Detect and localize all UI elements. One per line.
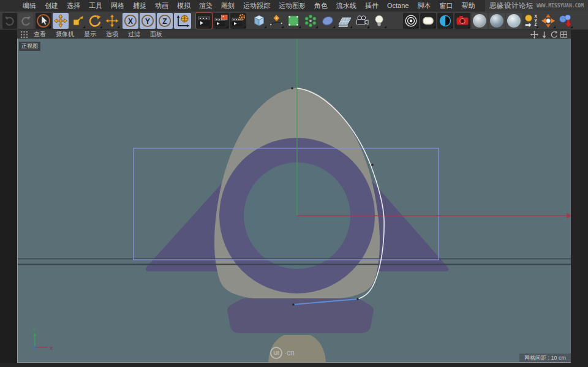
vp-menu-view[interactable]: 查看 bbox=[29, 30, 51, 39]
spline-point[interactable] bbox=[292, 303, 295, 306]
menu-item-select[interactable]: 选择 bbox=[62, 0, 85, 12]
menu-item-window[interactable]: 窗口 bbox=[435, 0, 457, 12]
rotate-view-button[interactable] bbox=[549, 31, 559, 39]
vp-menu-options[interactable]: 选项 bbox=[101, 30, 123, 39]
add-floor-button[interactable] bbox=[337, 13, 353, 29]
move-icon bbox=[104, 13, 120, 29]
watermark-title: 思缘设计论坛 bbox=[489, 1, 533, 10]
lock-z-axis-button[interactable]: Z bbox=[157, 13, 173, 29]
pan-view-icon bbox=[530, 31, 538, 39]
render-to-picture-viewer-button[interactable] bbox=[213, 13, 229, 29]
vp-menu-filter[interactable]: 过滤 bbox=[123, 30, 145, 39]
menu-item-sculpt[interactable]: 雕刻 bbox=[217, 0, 239, 12]
axis-gizmo: Y X bbox=[33, 327, 54, 351]
octane-target-button[interactable] bbox=[403, 13, 419, 29]
spline-point[interactable] bbox=[291, 87, 293, 89]
arealight-icon bbox=[420, 13, 436, 29]
undo-button[interactable] bbox=[2, 13, 17, 29]
scatter-icon bbox=[540, 13, 556, 29]
menu-item-animate[interactable]: 动画 bbox=[151, 0, 173, 12]
rotate-tool-button[interactable] bbox=[87, 13, 103, 29]
menu-item-simulate[interactable]: 模拟 bbox=[173, 0, 195, 12]
ui-cn-watermark: UI ·cn bbox=[270, 347, 295, 359]
x-axis-icon: X bbox=[123, 13, 138, 29]
menu-item-pipeline[interactable]: 流水线 bbox=[332, 0, 361, 12]
add-primitive-cube-button[interactable] bbox=[251, 13, 267, 29]
deformer-icon bbox=[320, 13, 336, 29]
move-tool-button[interactable] bbox=[53, 13, 69, 29]
menu-item-mograph[interactable]: 运动图形 bbox=[274, 0, 310, 12]
menu-item-snap[interactable]: 捕捉 bbox=[129, 0, 151, 12]
toggle-panel-icon bbox=[560, 31, 568, 39]
live-selection-button[interactable] bbox=[36, 13, 51, 29]
octane-glossy-material-button[interactable] bbox=[489, 13, 505, 29]
dolly-view-icon bbox=[540, 31, 548, 39]
octane-specular-material-button[interactable] bbox=[506, 13, 522, 29]
menu-item-motion-tracking[interactable]: 运动跟踪 bbox=[239, 0, 274, 12]
glossy-material-icon bbox=[490, 14, 503, 28]
spline-point[interactable] bbox=[371, 164, 374, 166]
menu-item-create[interactable]: 创建 bbox=[40, 0, 62, 12]
redo-icon bbox=[19, 14, 32, 28]
scale-icon bbox=[70, 13, 86, 29]
dolly-view-button[interactable] bbox=[539, 31, 549, 39]
grid-menu-icon[interactable] bbox=[21, 31, 28, 38]
octane-livedb-button[interactable] bbox=[557, 13, 573, 29]
menu-item-help[interactable]: 帮助 bbox=[457, 0, 479, 12]
menu-item-octane[interactable]: Octane bbox=[383, 0, 413, 12]
octane-hdri-environment-button[interactable] bbox=[437, 13, 453, 29]
rotate-view-icon bbox=[550, 31, 558, 39]
red-camera-icon bbox=[454, 13, 470, 29]
menu-item-plugins[interactable]: 插件 bbox=[361, 0, 383, 12]
main-toolbar: X Y Z bbox=[0, 12, 588, 30]
pan-view-button[interactable] bbox=[529, 31, 539, 39]
last-used-tool-button[interactable] bbox=[104, 13, 120, 29]
right-panel-strip bbox=[571, 39, 588, 367]
camera-icon bbox=[354, 13, 370, 29]
undo-icon bbox=[3, 14, 17, 28]
spline-pen-icon bbox=[268, 13, 284, 29]
menu-item-edit[interactable]: 编辑 bbox=[18, 0, 40, 12]
light-bulb-icon bbox=[371, 13, 387, 29]
add-camera-button[interactable] bbox=[354, 13, 370, 29]
coordinate-system-icon bbox=[174, 13, 191, 29]
move-icon bbox=[53, 13, 69, 29]
vp-menu-cameras[interactable]: 摄像机 bbox=[51, 30, 79, 39]
render-view-icon bbox=[196, 13, 212, 29]
vp-menu-panel[interactable]: 面板 bbox=[145, 30, 167, 39]
z-axis-icon: Z bbox=[157, 13, 173, 29]
octane-object-tools-button[interactable]: X Y Z bbox=[523, 13, 539, 29]
octane-diffuse-material-button[interactable] bbox=[472, 13, 488, 29]
rotate-icon bbox=[87, 13, 103, 29]
subdivision-surface-icon bbox=[285, 13, 301, 29]
menu-item-mesh[interactable]: 网格 bbox=[107, 0, 129, 12]
menu-item-tools[interactable]: 工具 bbox=[85, 0, 107, 12]
render-view-button[interactable] bbox=[196, 13, 212, 29]
octane-arealight-button[interactable] bbox=[420, 13, 436, 29]
add-array-instance-button[interactable] bbox=[303, 13, 318, 29]
vp-menu-display[interactable]: 显示 bbox=[79, 30, 101, 39]
add-spline-pen-button[interactable] bbox=[268, 13, 284, 29]
edit-render-settings-button[interactable] bbox=[230, 13, 246, 29]
object-tools-icon: X Y Z bbox=[523, 13, 539, 29]
toggle-panel-button[interactable] bbox=[559, 31, 568, 39]
lock-x-axis-button[interactable]: X bbox=[123, 13, 138, 29]
menu-item-render[interactable]: 渲染 bbox=[195, 0, 217, 12]
viewport-front-view[interactable]: Y X 正视图 网格间距 : 10 cm UI ·cn bbox=[17, 39, 571, 363]
spline-point[interactable] bbox=[356, 298, 359, 300]
octane-camera-button[interactable] bbox=[454, 13, 470, 29]
add-subdivision-surface-button[interactable] bbox=[285, 13, 301, 29]
lock-y-axis-button[interactable]: Y bbox=[140, 13, 156, 29]
redo-button[interactable] bbox=[18, 13, 33, 29]
render-settings-icon bbox=[230, 13, 246, 29]
octane-scatter-button[interactable] bbox=[540, 13, 556, 29]
menu-item-character[interactable]: 角色 bbox=[310, 0, 332, 12]
scene-canvas[interactable]: Y X bbox=[18, 39, 571, 362]
menu-item-script[interactable]: 脚本 bbox=[413, 0, 435, 12]
add-light-button[interactable] bbox=[371, 13, 387, 29]
coordinate-system-button[interactable] bbox=[174, 13, 191, 29]
add-deformer-button[interactable] bbox=[320, 13, 336, 29]
grid-spacing-status: 网格间距 : 10 cm bbox=[519, 354, 571, 362]
svg-text:Y: Y bbox=[145, 17, 150, 26]
scale-tool-button[interactable] bbox=[70, 13, 86, 29]
